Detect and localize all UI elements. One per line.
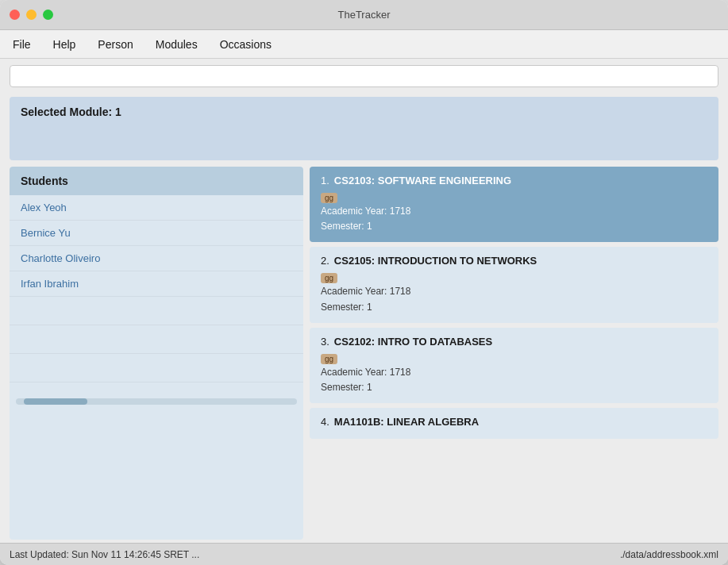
info-panel: Selected Module: 1 xyxy=(10,97,718,160)
maximize-button[interactable] xyxy=(43,10,53,20)
module-title-row: 2. CS2105: INTRODUCTION TO NETWORKS xyxy=(321,255,707,267)
empty-row xyxy=(10,297,303,325)
traffic-lights xyxy=(10,10,53,20)
minimize-button[interactable] xyxy=(26,10,37,20)
module-item[interactable]: 3. CS2102: INTRO TO DATABASES gg Academi… xyxy=(310,328,718,403)
module-number: 3. xyxy=(321,336,329,348)
module-badge: gg xyxy=(321,193,337,203)
student-item[interactable]: Irfan Ibrahim xyxy=(10,271,303,297)
titlebar: TheTracker xyxy=(0,0,728,30)
statusbar-left: Last Updated: Sun Nov 11 14:26:45 SRET .… xyxy=(10,549,199,560)
module-item[interactable]: 2. CS2105: INTRODUCTION TO NETWORKS gg A… xyxy=(310,247,718,322)
module-title-row: 3. CS2102: INTRO TO DATABASES xyxy=(321,336,707,348)
module-item[interactable]: 4. MA1101B: LINEAR ALGEBRA xyxy=(310,408,718,439)
main-window: TheTracker File Help Person Modules Occa… xyxy=(0,0,728,565)
module-badge: gg xyxy=(321,354,337,364)
selected-module-label: Selected Module: 1 xyxy=(21,106,121,118)
menu-modules[interactable]: Modules xyxy=(152,35,201,54)
scrollbar-thumb[interactable] xyxy=(24,398,87,405)
module-badge: gg xyxy=(321,273,337,283)
module-number: 1. xyxy=(321,175,329,186)
window-title: TheTracker xyxy=(338,9,391,21)
student-item[interactable]: Charlotte Oliveiro xyxy=(10,246,303,271)
module-title: MA1101B: LINEAR ALGEBRA xyxy=(334,416,479,428)
menu-person[interactable]: Person xyxy=(94,35,136,54)
students-panel: Students Alex Yeoh Bernice Yu Charlotte … xyxy=(10,167,303,540)
module-title: CS2103: SOFTWARE ENGINEERING xyxy=(334,175,511,186)
module-number: 4. xyxy=(321,416,329,428)
module-meta: Academic Year: 1718 Semester: 1 xyxy=(321,204,707,234)
close-button[interactable] xyxy=(10,10,20,20)
empty-row xyxy=(10,325,303,354)
module-meta: Academic Year: 1718 Semester: 1 xyxy=(321,365,707,395)
module-item[interactable]: 1. CS2103: SOFTWARE ENGINEERING gg Acade… xyxy=(310,167,718,242)
module-number: 2. xyxy=(321,255,329,267)
menu-file[interactable]: File xyxy=(10,35,34,54)
module-title: CS2105: INTRODUCTION TO NETWORKS xyxy=(334,255,537,267)
student-item[interactable]: Alex Yeoh xyxy=(10,195,303,221)
menubar: File Help Person Modules Occasions xyxy=(0,30,728,59)
menu-occasions[interactable]: Occasions xyxy=(217,35,275,54)
search-input[interactable] xyxy=(10,65,718,87)
modules-panel: 1. CS2103: SOFTWARE ENGINEERING gg Acade… xyxy=(303,167,718,540)
module-title-row: 4. MA1101B: LINEAR ALGEBRA xyxy=(321,416,707,428)
main-content: Students Alex Yeoh Bernice Yu Charlotte … xyxy=(10,167,718,540)
empty-row xyxy=(10,354,303,382)
scrollbar-track xyxy=(16,398,297,405)
statusbar: Last Updated: Sun Nov 11 14:26:45 SRET .… xyxy=(0,543,728,565)
module-meta: Academic Year: 1718 Semester: 1 xyxy=(321,284,707,314)
module-title-row: 1. CS2103: SOFTWARE ENGINEERING xyxy=(321,175,707,186)
search-bar xyxy=(0,59,728,94)
menu-help[interactable]: Help xyxy=(50,35,79,54)
students-header: Students xyxy=(10,167,303,195)
module-title: CS2102: INTRO TO DATABASES xyxy=(334,336,492,348)
statusbar-right: ./data/addressbook.xml xyxy=(620,549,718,560)
student-item[interactable]: Bernice Yu xyxy=(10,221,303,246)
